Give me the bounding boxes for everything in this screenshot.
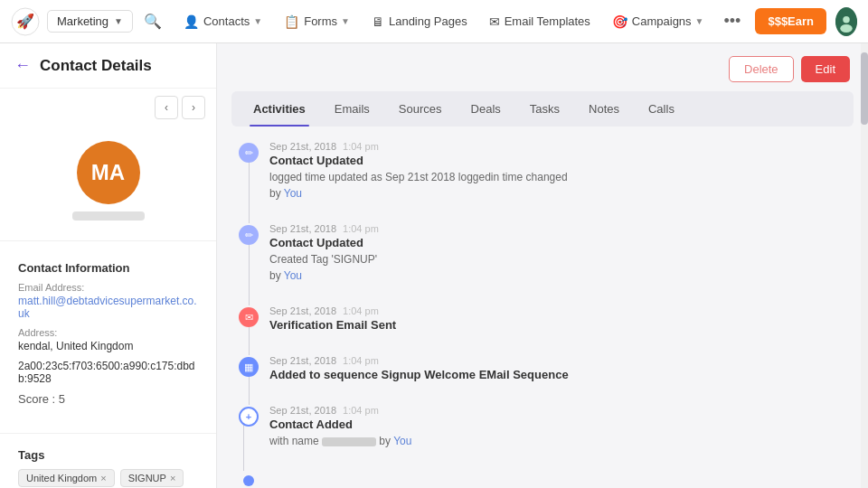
top-navigation: 🚀 Marketing ▼ 🔍 👤 Contacts ▼ 📋 Forms ▼ 🖥… bbox=[0, 0, 868, 43]
event-time: 1:04 pm bbox=[343, 355, 379, 366]
nav-items-list: 👤 Contacts ▼ 📋 Forms ▼ 🖥 Landing Pages ✉… bbox=[175, 8, 748, 34]
scrollbar-thumb[interactable] bbox=[861, 52, 868, 125]
contacts-icon: 👤 bbox=[184, 14, 199, 29]
event-date: Sep 21st, 2018 bbox=[269, 141, 336, 152]
tags-list: United Kingdom × SIGNUP × bbox=[18, 469, 198, 487]
timeline-meta: Sep 21st, 2018 1:04 pm bbox=[269, 305, 846, 316]
timeline-item: ▦ Sep 21st, 2018 1:04 pm Added to sequen… bbox=[239, 355, 846, 383]
campaigns-icon: 🎯 bbox=[612, 14, 627, 29]
timeline-item: ✏ Sep 21st, 2018 1:04 pm Contact Updated… bbox=[239, 141, 846, 202]
tag-uk-label: United Kingdom bbox=[26, 473, 97, 483]
event-you-link[interactable]: You bbox=[284, 269, 302, 282]
event-title: Added to sequence Signup Welcome EMail S… bbox=[269, 368, 846, 381]
tab-emails[interactable]: Emails bbox=[320, 91, 384, 127]
event-date: Sep 21st, 2018 bbox=[269, 305, 336, 316]
nav-landing-label: Landing Pages bbox=[389, 14, 467, 28]
event-time: 1:04 pm bbox=[343, 141, 379, 152]
contact-information-section: Contact Information Email Address: matt.… bbox=[0, 250, 216, 424]
tab-sources[interactable]: Sources bbox=[384, 91, 457, 127]
event-description: logged time updated as Sep 21st 2018 log… bbox=[269, 169, 846, 202]
timeline-item-content: Sep 21st, 2018 1:04 pm Added to sequence… bbox=[269, 355, 846, 383]
event-title: Contact Added bbox=[269, 418, 846, 431]
app-logo[interactable]: 🚀 bbox=[11, 7, 40, 36]
forms-chevron-icon: ▼ bbox=[341, 16, 350, 26]
forms-icon: 📋 bbox=[284, 14, 299, 29]
activity-timeline: ✏ Sep 21st, 2018 1:04 pm Contact Updated… bbox=[217, 127, 868, 488]
edit-button[interactable]: Edit bbox=[801, 56, 850, 82]
left-sidebar: ← Contact Details ‹ › MA Contact Informa… bbox=[0, 43, 217, 488]
event-date: Sep 21st, 2018 bbox=[269, 355, 336, 366]
svg-text:🚀: 🚀 bbox=[16, 13, 34, 30]
svg-point-4 bbox=[840, 23, 852, 32]
pencil-icon: ✏ bbox=[239, 143, 259, 163]
nav-item-contacts[interactable]: 👤 Contacts ▼ bbox=[175, 9, 271, 34]
timeline-connector bbox=[249, 243, 250, 305]
timeline-connector bbox=[249, 325, 250, 355]
search-icon[interactable]: 🔍 bbox=[144, 13, 162, 30]
user-avatar[interactable] bbox=[835, 7, 857, 36]
prev-contact-button[interactable]: ‹ bbox=[155, 96, 178, 119]
contact-initials: MA bbox=[91, 160, 125, 185]
workspace-selector[interactable]: Marketing ▼ bbox=[47, 10, 133, 33]
nav-more-button[interactable]: ••• bbox=[717, 8, 749, 34]
timeline-item-content: Sep 21st, 2018 1:04 pm Contact Updated l… bbox=[269, 141, 846, 202]
back-button[interactable]: ← bbox=[14, 56, 31, 75]
timeline-item: ✉ Sep 21st, 2018 1:04 pm Verification Em… bbox=[239, 305, 846, 333]
event-you-link[interactable]: You bbox=[393, 435, 411, 447]
contact-avatar-section: MA bbox=[0, 127, 216, 231]
event-date: Sep 21st, 2018 bbox=[269, 223, 336, 234]
contacts-chevron-icon: ▼ bbox=[253, 16, 262, 26]
timeline-item-content: Sep 21st, 2018 1:04 pm Contact Added wit… bbox=[269, 405, 846, 449]
tab-calls[interactable]: Calls bbox=[634, 91, 689, 127]
timeline-item-content: Sep 21st, 2018 1:04 pm Contact Updated C… bbox=[269, 223, 846, 284]
scrollbar-track[interactable] bbox=[861, 43, 868, 488]
timeline-meta: Sep 21st, 2018 1:04 pm bbox=[269, 141, 846, 152]
contact-avatar: MA bbox=[77, 141, 140, 204]
timeline-meta: Sep 21st, 2018 1:04 pm bbox=[269, 223, 846, 234]
sidebar-pagination: ‹ › bbox=[0, 89, 216, 127]
timeline-connector bbox=[249, 375, 250, 405]
plus-circle-icon: + bbox=[239, 407, 259, 427]
event-time: 1:04 pm bbox=[343, 305, 379, 316]
svg-point-3 bbox=[843, 16, 849, 23]
sidebar-header: ← Contact Details bbox=[0, 43, 216, 89]
tag-uk-remove[interactable]: × bbox=[100, 473, 106, 483]
landing-pages-icon: 🖥 bbox=[372, 14, 384, 29]
tag-signup-remove[interactable]: × bbox=[170, 473, 175, 483]
timeline-end-dot bbox=[243, 475, 254, 486]
tab-tasks[interactable]: Tasks bbox=[515, 91, 574, 127]
event-you-link[interactable]: You bbox=[284, 187, 302, 200]
nav-campaigns-label: Campaigns bbox=[632, 14, 692, 28]
event-time: 1:04 pm bbox=[343, 405, 379, 416]
event-title: Contact Updated bbox=[269, 236, 846, 249]
tags-section: Tags United Kingdom × SIGNUP × ⊕ Add bbox=[0, 443, 216, 488]
nav-email-templates-label: Email Templates bbox=[505, 14, 590, 28]
nav-item-email-templates[interactable]: ✉ Email Templates bbox=[480, 9, 599, 34]
workspace-label: Marketing bbox=[57, 14, 108, 28]
nav-item-landing-pages[interactable]: 🖥 Landing Pages bbox=[363, 9, 476, 34]
earn-button[interactable]: $$$Earn bbox=[755, 8, 826, 34]
nav-item-campaigns[interactable]: 🎯 Campaigns ▼ bbox=[603, 9, 713, 34]
event-date: Sep 21st, 2018 bbox=[269, 405, 336, 416]
tab-activities[interactable]: Activities bbox=[239, 91, 320, 127]
tags-title: Tags bbox=[18, 448, 198, 462]
timeline-end bbox=[239, 471, 846, 488]
nav-item-forms[interactable]: 📋 Forms ▼ bbox=[275, 9, 359, 34]
delete-button[interactable]: Delete bbox=[729, 56, 794, 82]
contact-info-title: Contact Information bbox=[18, 261, 198, 275]
event-time: 1:04 pm bbox=[343, 223, 379, 234]
sequence-icon: ▦ bbox=[239, 357, 259, 377]
contact-ipv6: 2a00:23c5:f703:6500:a990:c175:dbdb:9528 bbox=[18, 360, 198, 385]
tag-uk: United Kingdom × bbox=[18, 469, 115, 487]
email-label: Email Address: bbox=[18, 282, 198, 293]
activity-tabs: Activities Emails Sources Deals Tasks No… bbox=[231, 91, 854, 127]
contact-email[interactable]: matt.hill@debtadvicesupermarket.co.uk bbox=[18, 295, 198, 320]
page-title: Contact Details bbox=[40, 57, 152, 75]
mail-icon: ✉ bbox=[239, 307, 259, 327]
tab-deals[interactable]: Deals bbox=[457, 91, 515, 127]
nav-forms-label: Forms bbox=[304, 14, 337, 28]
next-contact-button[interactable]: › bbox=[182, 96, 205, 119]
event-title: Verification Email Sent bbox=[269, 318, 846, 332]
tab-notes[interactable]: Notes bbox=[574, 91, 634, 127]
nav-contacts-label: Contacts bbox=[203, 14, 250, 28]
